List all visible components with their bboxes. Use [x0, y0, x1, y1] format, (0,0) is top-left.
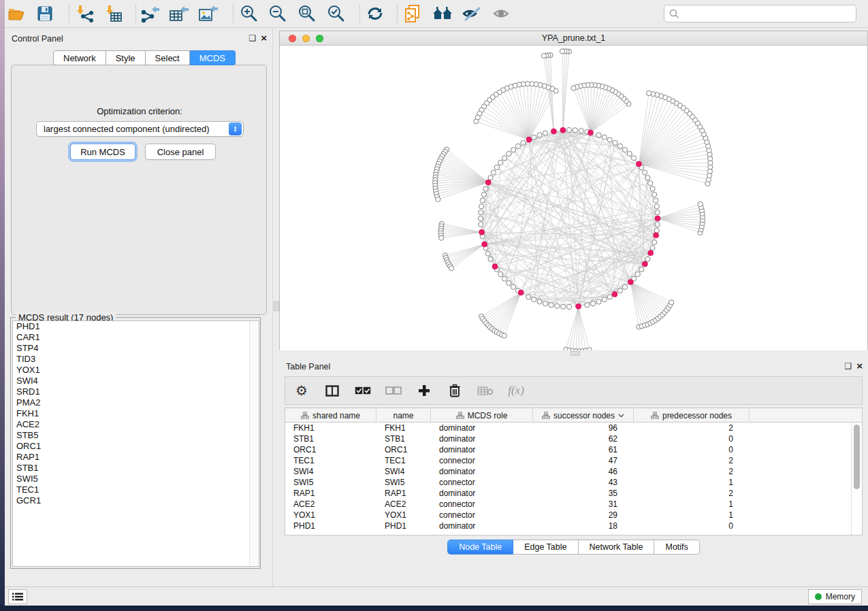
toolbar-separator	[233, 4, 234, 23]
first-neighbors-icon[interactable]	[431, 3, 454, 24]
memory-button[interactable]: Memory	[808, 589, 862, 604]
mcds-result-item[interactable]: SWI5	[13, 474, 259, 484]
export-network-icon[interactable]	[138, 3, 161, 24]
mcds-result-item[interactable]: SWI4	[13, 376, 259, 386]
open-session-icon[interactable]	[5, 3, 28, 24]
tab-network-table[interactable]: Network Table	[579, 540, 655, 555]
zoom-in-icon[interactable]	[238, 3, 261, 24]
main-toolbar	[5, 0, 868, 28]
cell: 35	[533, 488, 634, 499]
cell: ORC1	[285, 444, 376, 455]
mcds-result-item[interactable]: STB1	[13, 463, 259, 474]
network-canvas[interactable]	[280, 46, 867, 378]
run-mcds-button[interactable]: Run MCDS	[70, 144, 135, 160]
mcds-result-item[interactable]: GCR1	[13, 495, 259, 506]
zoom-selected-icon[interactable]	[325, 3, 348, 24]
table-row[interactable]: ACE2ACE2connector311	[285, 499, 862, 510]
column-header-shared-name[interactable]: shared name	[285, 408, 376, 423]
deselect-all-icon[interactable]	[385, 382, 402, 399]
import-network-icon[interactable]	[73, 3, 96, 24]
node-table: shared namenameMCDS rolesuccessor nodesp…	[285, 408, 863, 535]
close-panel-button[interactable]: Close panel	[145, 144, 216, 160]
table-scrollbar[interactable]	[853, 425, 861, 533]
table-row[interactable]: PHD1PHD1dominator180	[285, 521, 862, 531]
table-row[interactable]: SWI5SWI5connector431	[285, 477, 862, 488]
table-row[interactable]: FKH1FKH1dominator962	[285, 423, 862, 433]
table-row[interactable]: SWI4SWI4dominator462	[285, 466, 862, 477]
mcds-result-item[interactable]: PMA2	[13, 397, 259, 408]
cell: PHD1	[285, 521, 376, 531]
table-row[interactable]: STB1STB1dominator620	[285, 433, 862, 444]
show-all-icon[interactable]	[490, 3, 513, 24]
column-header-predecessor-nodes[interactable]: predecessor nodes	[634, 408, 750, 423]
list-scrollbar[interactable]	[249, 322, 257, 565]
new-network-from-selection-icon[interactable]	[401, 3, 424, 24]
tab-motifs[interactable]: Motifs	[654, 540, 699, 555]
tab-mcds[interactable]: MCDS	[190, 50, 236, 65]
splitter-grip[interactable]	[274, 301, 279, 311]
zoom-out-icon[interactable]	[266, 3, 289, 24]
cell: ACE2	[285, 499, 376, 510]
float-panel-icon[interactable]: ❑	[844, 362, 852, 370]
mcds-result-item[interactable]: FKH1	[13, 408, 259, 419]
mcds-result-list[interactable]: PHD1CAR1STP4TID3YOX1SWI4SRD1PMA2FKH1ACE2…	[12, 320, 259, 567]
mcds-result-item[interactable]: TEC1	[13, 484, 259, 495]
mcds-result-item[interactable]: PHD1	[13, 321, 259, 332]
zoom-fit-icon[interactable]	[295, 3, 319, 24]
table-row[interactable]: YOX1YOX1connector291	[285, 510, 862, 521]
cell: 0	[634, 521, 750, 531]
cell: PHD1	[376, 521, 431, 531]
memory-label: Memory	[826, 592, 855, 601]
splitter-grip[interactable]	[570, 351, 580, 356]
tab-node-table[interactable]: Node Table	[447, 540, 513, 555]
column-header-successor-nodes[interactable]: successor nodes	[533, 408, 634, 423]
mcds-result-item[interactable]: STB5	[13, 430, 259, 441]
add-column-icon[interactable]	[416, 382, 432, 399]
tab-select[interactable]: Select	[146, 50, 190, 65]
memory-status-icon	[815, 593, 822, 600]
mcds-result-item[interactable]: TID3	[13, 354, 259, 365]
close-panel-icon[interactable]: ×	[261, 33, 267, 43]
table-row[interactable]: ORC1ORC1dominator610	[285, 444, 862, 455]
scrollbar-thumb[interactable]	[854, 425, 860, 489]
cell: 43	[533, 477, 634, 488]
column-header-name[interactable]: name	[376, 408, 431, 423]
export-image-icon[interactable]	[197, 3, 220, 24]
mcds-result-item[interactable]: RAP1	[13, 452, 259, 463]
mcds-result-item[interactable]: YOX1	[13, 365, 259, 376]
apply-layout-icon[interactable]	[364, 3, 387, 24]
float-panel-icon[interactable]: ❑	[248, 34, 256, 42]
export-table-icon[interactable]	[167, 3, 191, 24]
horizontal-splitter[interactable]	[279, 350, 868, 357]
search-input[interactable]	[679, 9, 856, 19]
table-row[interactable]: TEC1TEC1connector472	[285, 455, 862, 466]
table-tabs: Node TableEdge TableNetwork TableMotifs	[279, 540, 868, 555]
criterion-select[interactable]: largest connected component (undirected)…	[36, 121, 244, 137]
cell: 31	[533, 499, 634, 510]
import-table-icon[interactable]	[102, 3, 125, 24]
mcds-result-item[interactable]: ORC1	[13, 441, 259, 452]
cell: dominator	[431, 466, 533, 477]
mcds-result-item[interactable]: CAR1	[13, 332, 259, 343]
column-header-MCDS-role[interactable]: MCDS role	[431, 408, 533, 423]
toolbar-separator	[135, 4, 136, 23]
vertical-splitter[interactable]	[272, 29, 279, 587]
select-all-icon[interactable]	[355, 382, 371, 399]
save-session-icon[interactable]	[33, 3, 57, 24]
delete-column-icon[interactable]	[447, 382, 463, 399]
hide-selected-icon[interactable]	[460, 3, 483, 24]
tab-edge-table[interactable]: Edge Table	[513, 540, 578, 555]
task-history-button[interactable]	[8, 589, 27, 604]
tab-network[interactable]: Network	[53, 50, 106, 65]
mcds-result-item[interactable]: STP4	[13, 343, 259, 354]
network-view-panel: YPA_prune.txt_1	[279, 31, 868, 379]
split-panel-icon[interactable]	[324, 382, 340, 399]
mcds-result-item[interactable]: SRD1	[13, 386, 259, 397]
table-row[interactable]: RAP1RAP1dominator352	[285, 488, 862, 499]
tab-style[interactable]: Style	[106, 50, 146, 65]
close-panel-icon[interactable]: ×	[856, 361, 863, 371]
mcds-result-item[interactable]: ACE2	[13, 419, 259, 430]
column-settings-icon[interactable]: ⚙	[293, 382, 310, 399]
cytoscape-window: Control Panel ❑ × NetworkStyleSelectMCDS…	[5, 0, 868, 606]
cell: 1	[634, 510, 750, 521]
